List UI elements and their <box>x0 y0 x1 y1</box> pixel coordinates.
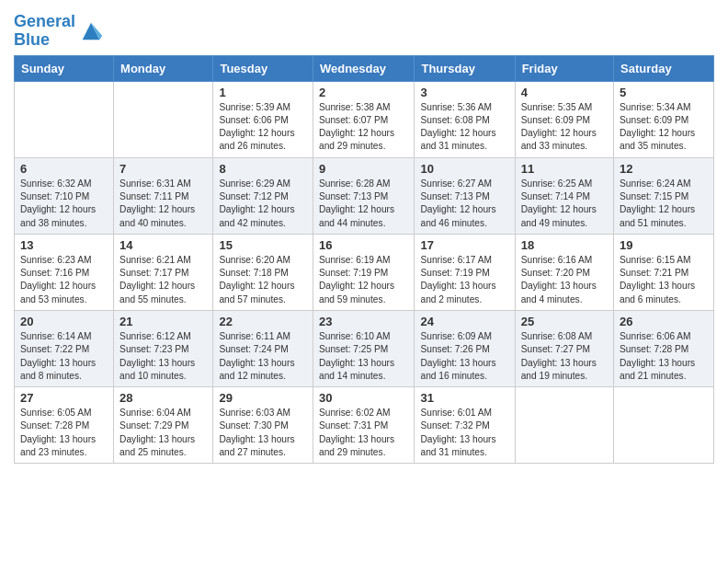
day-number: 10 <box>420 162 508 176</box>
day-number: 22 <box>219 315 307 328</box>
logo-text: General <box>14 13 75 31</box>
calendar-cell: 7Sunrise: 6:31 AM Sunset: 7:11 PM Daylig… <box>114 157 213 234</box>
day-info: Sunrise: 6:27 AM Sunset: 7:13 PM Dayligh… <box>420 178 508 230</box>
day-number: 5 <box>620 86 708 99</box>
day-info: Sunrise: 5:38 AM Sunset: 6:07 PM Dayligh… <box>319 101 409 154</box>
calendar-cell <box>114 81 213 157</box>
calendar-cell: 11Sunrise: 6:25 AM Sunset: 7:14 PM Dayli… <box>515 157 613 234</box>
calendar-cell: 13Sunrise: 6:23 AM Sunset: 7:16 PM Dayli… <box>15 234 114 310</box>
day-number: 11 <box>521 162 608 176</box>
day-number: 17 <box>420 238 508 252</box>
calendar-cell: 15Sunrise: 6:20 AM Sunset: 7:18 PM Dayli… <box>213 234 313 310</box>
day-number: 18 <box>521 238 608 252</box>
calendar-week-3: 13Sunrise: 6:23 AM Sunset: 7:16 PM Dayli… <box>15 234 714 310</box>
day-info: Sunrise: 6:21 AM Sunset: 7:17 PM Dayligh… <box>119 254 207 306</box>
day-number: 7 <box>119 162 207 176</box>
day-info: Sunrise: 6:02 AM Sunset: 7:31 PM Dayligh… <box>319 407 409 459</box>
day-info: Sunrise: 6:25 AM Sunset: 7:14 PM Dayligh… <box>521 178 608 230</box>
day-info: Sunrise: 6:16 AM Sunset: 7:20 PM Dayligh… <box>521 254 608 306</box>
day-info: Sunrise: 6:20 AM Sunset: 7:18 PM Dayligh… <box>219 254 307 306</box>
logo-icon <box>78 18 104 44</box>
day-info: Sunrise: 5:35 AM Sunset: 6:09 PM Dayligh… <box>521 101 608 154</box>
logo-general: General <box>14 12 75 30</box>
day-number: 19 <box>620 238 708 252</box>
day-info: Sunrise: 6:08 AM Sunset: 7:27 PM Dayligh… <box>521 330 608 383</box>
calendar-cell: 5Sunrise: 5:34 AM Sunset: 6:09 PM Daylig… <box>614 81 714 157</box>
calendar-cell: 16Sunrise: 6:19 AM Sunset: 7:19 PM Dayli… <box>313 234 415 310</box>
calendar-cell: 14Sunrise: 6:21 AM Sunset: 7:17 PM Dayli… <box>114 234 213 310</box>
day-number: 16 <box>319 238 409 252</box>
calendar-header-wednesday: Wednesday <box>313 55 415 81</box>
calendar-cell: 20Sunrise: 6:14 AM Sunset: 7:22 PM Dayli… <box>15 310 114 386</box>
day-info: Sunrise: 6:09 AM Sunset: 7:26 PM Dayligh… <box>420 330 508 383</box>
day-number: 2 <box>319 86 409 99</box>
calendar-cell: 23Sunrise: 6:10 AM Sunset: 7:25 PM Dayli… <box>313 310 415 386</box>
day-number: 15 <box>219 238 307 252</box>
day-info: Sunrise: 6:17 AM Sunset: 7:19 PM Dayligh… <box>420 254 508 306</box>
day-info: Sunrise: 6:28 AM Sunset: 7:13 PM Dayligh… <box>319 178 409 230</box>
calendar-cell: 3Sunrise: 5:36 AM Sunset: 6:08 PM Daylig… <box>415 81 515 157</box>
calendar-week-4: 20Sunrise: 6:14 AM Sunset: 7:22 PM Dayli… <box>15 310 714 386</box>
calendar-cell: 10Sunrise: 6:27 AM Sunset: 7:13 PM Dayli… <box>415 157 515 234</box>
logo-blue-text: Blue <box>14 30 50 49</box>
day-number: 30 <box>319 391 409 405</box>
calendar-cell <box>15 81 114 157</box>
day-number: 14 <box>119 238 207 252</box>
day-number: 31 <box>420 391 508 405</box>
day-info: Sunrise: 6:32 AM Sunset: 7:10 PM Dayligh… <box>20 178 108 230</box>
calendar-header-saturday: Saturday <box>614 55 714 81</box>
calendar-table: SundayMondayTuesdayWednesdayThursdayFrid… <box>14 55 714 465</box>
day-number: 4 <box>521 86 608 99</box>
logo-blue: Blue <box>14 31 75 50</box>
day-number: 29 <box>219 391 307 405</box>
calendar-cell <box>614 387 714 464</box>
day-info: Sunrise: 6:06 AM Sunset: 7:28 PM Dayligh… <box>620 330 708 383</box>
day-info: Sunrise: 6:10 AM Sunset: 7:25 PM Dayligh… <box>319 330 409 383</box>
calendar-header-sunday: Sunday <box>15 55 114 81</box>
calendar-cell: 9Sunrise: 6:28 AM Sunset: 7:13 PM Daylig… <box>313 157 415 234</box>
day-number: 26 <box>620 315 708 328</box>
day-info: Sunrise: 6:29 AM Sunset: 7:12 PM Dayligh… <box>219 178 307 230</box>
calendar-cell: 22Sunrise: 6:11 AM Sunset: 7:24 PM Dayli… <box>213 310 313 386</box>
calendar-week-5: 27Sunrise: 6:05 AM Sunset: 7:28 PM Dayli… <box>15 387 714 464</box>
calendar-cell: 21Sunrise: 6:12 AM Sunset: 7:23 PM Dayli… <box>114 310 213 386</box>
day-number: 3 <box>420 86 508 99</box>
day-info: Sunrise: 6:19 AM Sunset: 7:19 PM Dayligh… <box>319 254 409 306</box>
day-info: Sunrise: 5:36 AM Sunset: 6:08 PM Dayligh… <box>420 101 508 154</box>
calendar-cell: 8Sunrise: 6:29 AM Sunset: 7:12 PM Daylig… <box>213 157 313 234</box>
day-info: Sunrise: 6:03 AM Sunset: 7:30 PM Dayligh… <box>219 407 307 459</box>
calendar-cell: 19Sunrise: 6:15 AM Sunset: 7:21 PM Dayli… <box>614 234 714 310</box>
day-info: Sunrise: 6:11 AM Sunset: 7:24 PM Dayligh… <box>219 330 307 383</box>
calendar-header-row: SundayMondayTuesdayWednesdayThursdayFrid… <box>15 55 714 81</box>
calendar-header-tuesday: Tuesday <box>213 55 313 81</box>
calendar-header-thursday: Thursday <box>415 55 515 81</box>
day-number: 12 <box>620 162 708 176</box>
day-number: 20 <box>20 315 108 328</box>
day-number: 6 <box>20 162 108 176</box>
day-number: 1 <box>219 86 307 99</box>
calendar-cell: 4Sunrise: 5:35 AM Sunset: 6:09 PM Daylig… <box>515 81 613 157</box>
day-info: Sunrise: 6:12 AM Sunset: 7:23 PM Dayligh… <box>119 330 207 383</box>
day-info: Sunrise: 5:39 AM Sunset: 6:06 PM Dayligh… <box>219 101 307 154</box>
calendar-cell: 2Sunrise: 5:38 AM Sunset: 6:07 PM Daylig… <box>313 81 415 157</box>
day-number: 8 <box>219 162 307 176</box>
day-info: Sunrise: 6:01 AM Sunset: 7:32 PM Dayligh… <box>420 407 508 459</box>
day-info: Sunrise: 6:05 AM Sunset: 7:28 PM Dayligh… <box>20 407 108 459</box>
day-info: Sunrise: 6:14 AM Sunset: 7:22 PM Dayligh… <box>20 330 108 383</box>
day-number: 9 <box>319 162 409 176</box>
calendar-cell: 28Sunrise: 6:04 AM Sunset: 7:29 PM Dayli… <box>114 387 213 464</box>
header: General Blue <box>14 9 714 50</box>
calendar-header-friday: Friday <box>515 55 613 81</box>
calendar-cell: 18Sunrise: 6:16 AM Sunset: 7:20 PM Dayli… <box>515 234 613 310</box>
calendar-cell: 26Sunrise: 6:06 AM Sunset: 7:28 PM Dayli… <box>614 310 714 386</box>
calendar-cell: 6Sunrise: 6:32 AM Sunset: 7:10 PM Daylig… <box>15 157 114 234</box>
day-number: 13 <box>20 238 108 252</box>
day-info: Sunrise: 6:24 AM Sunset: 7:15 PM Dayligh… <box>620 178 708 230</box>
calendar-header-monday: Monday <box>114 55 213 81</box>
calendar-week-1: 1Sunrise: 5:39 AM Sunset: 6:06 PM Daylig… <box>15 81 714 157</box>
calendar-cell <box>515 387 613 464</box>
calendar-week-2: 6Sunrise: 6:32 AM Sunset: 7:10 PM Daylig… <box>15 157 714 234</box>
calendar-cell: 29Sunrise: 6:03 AM Sunset: 7:30 PM Dayli… <box>213 387 313 464</box>
logo: General Blue <box>14 13 104 50</box>
day-number: 27 <box>20 391 108 405</box>
